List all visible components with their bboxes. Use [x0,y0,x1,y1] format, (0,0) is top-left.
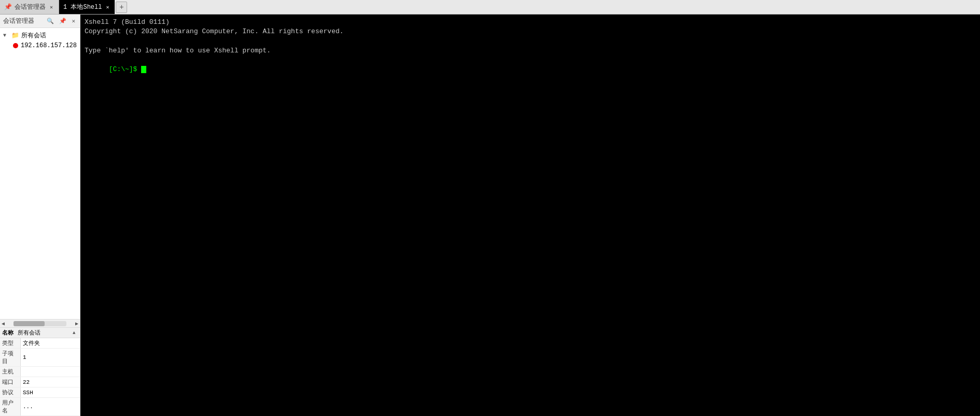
info-value-protocol: SSH [21,387,80,397]
sidebar-info: 名称 所有会话 ▲ 类型 文件夹 子项目 1 主机 端口 22 协议 [0,327,80,416]
info-value-children: 1 [21,349,80,366]
terminal-prompt: [C:\~]$ [109,65,141,73]
scroll-right-arrow[interactable]: ▶ [74,321,80,327]
add-tab-button[interactable]: + [116,2,127,13]
sidebar-tree: ▼ 📁 所有会话 192.168.157.128 [0,28,80,319]
tab-session-manager-label: 会话管理器 [15,3,46,11]
tab-local-shell[interactable]: 1 本地Shell ✕ [59,0,115,14]
sidebar-header: 会话管理器 🔍 📌 ✕ [0,15,80,28]
info-label-host: 主机 [0,367,21,377]
sidebar-close-icon[interactable]: ✕ [70,17,77,25]
terminal-cursor [141,66,146,73]
info-header-label: 名称 [2,329,13,337]
scroll-thumb[interactable] [13,321,45,326]
info-value-port: 22 [21,377,80,387]
sidebar-title: 会话管理器 [3,17,34,25]
tab-session-manager[interactable]: 📌 会话管理器 ✕ [0,0,59,14]
info-label-username: 用户名 [0,398,21,415]
scroll-left-arrow[interactable]: ◀ [0,321,6,327]
terminal-line-1: Xshell 7 (Build 0111) [85,18,976,27]
tab-local-shell-close[interactable]: ✕ [104,4,111,11]
terminal-line-4: Type `help' to learn how to use Xshell p… [85,46,976,56]
sidebar: 会话管理器 🔍 📌 ✕ ▼ 📁 所有会话 192.168.157.128 [0,15,80,416]
scroll-track[interactable] [13,321,66,326]
info-header-row: 名称 所有会话 ▲ [0,328,80,338]
tree-toggle-all-sessions[interactable]: ▼ [3,33,9,38]
terminal[interactable]: Xshell 7 (Build 0111) Copyright (c) 2020… [80,15,980,416]
terminal-prompt-line: [C:\~]$ [85,56,976,84]
sidebar-search-icon[interactable]: 🔍 [45,17,56,25]
info-row-username: 用户名 ... [0,398,80,416]
info-label-port: 端口 [0,377,21,387]
info-label-children: 子项目 [0,349,21,366]
info-row-port: 端口 22 [0,377,80,387]
server-icon [12,42,19,49]
sidebar-header-icons: 🔍 📌 ✕ [45,17,77,25]
tab-local-shell-label: 1 本地Shell [63,3,102,11]
tree-label-all-sessions: 所有会话 [21,31,46,40]
info-row-type: 类型 文件夹 [0,338,80,349]
tree-label-server: 192.168.157.128 [21,42,77,49]
info-label-protocol: 协议 [0,387,21,397]
info-label-type: 类型 [0,338,21,348]
info-value-type: 文件夹 [21,338,80,348]
info-row-host: 主机 [0,367,80,377]
sidebar-pin-icon[interactable]: 📌 [58,17,68,25]
info-row-children: 子项目 1 [0,349,80,367]
tab-session-manager-close[interactable]: ✕ [48,4,54,11]
info-value-host [21,367,80,377]
tree-item-server[interactable]: 192.168.157.128 [0,41,80,50]
red-dot-icon [13,43,18,48]
tree-item-all-sessions[interactable]: ▼ 📁 所有会话 [0,30,80,41]
tab-bar: 📌 会话管理器 ✕ 1 本地Shell ✕ + [0,0,980,15]
info-scroll-icon[interactable]: ▲ [73,330,78,336]
terminal-line-2: Copyright (c) 2020 NetSarang Computer, I… [85,27,976,36]
main-area: 会话管理器 🔍 📌 ✕ ▼ 📁 所有会话 192.168.157.128 [0,15,980,416]
folder-icon: 📁 [11,32,19,39]
info-value-username: ... [21,398,80,415]
info-row-protocol: 协议 SSH [0,387,80,398]
info-header-value: 所有会话 [18,329,40,337]
terminal-line-3 [85,36,976,46]
sidebar-horizontal-scroll[interactable]: ◀ ▶ [0,319,80,327]
tab-pin-icon: 📌 [4,3,12,11]
